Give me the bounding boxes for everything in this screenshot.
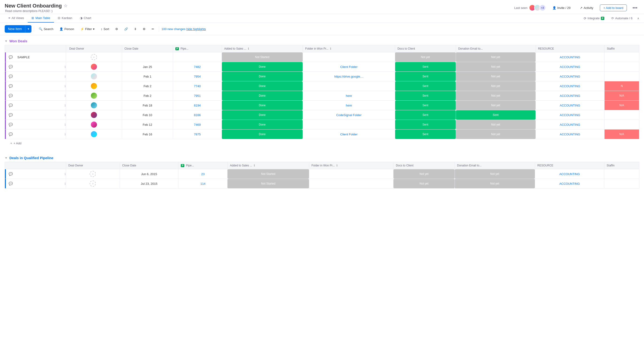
docs-client-status[interactable]: Sent bbox=[395, 120, 456, 129]
comment-icon[interactable]: 💬 bbox=[9, 65, 13, 69]
date-value[interactable]: Feb 12 bbox=[122, 121, 173, 128]
donation-email-status[interactable]: Not yet bbox=[456, 120, 536, 129]
group-won-deals-title[interactable]: Won Deals bbox=[10, 39, 27, 43]
folder-won-value[interactable]: here bbox=[303, 93, 395, 99]
added-sales-status[interactable]: Done bbox=[222, 62, 303, 71]
person-cell[interactable] bbox=[66, 121, 122, 128]
resource-link[interactable]: ACCOUNTING bbox=[560, 56, 580, 59]
pipeline-value[interactable] bbox=[173, 56, 222, 59]
resource-value[interactable]: ACCOUNTING bbox=[536, 54, 604, 60]
pipeline-value[interactable]: 7951 bbox=[173, 93, 222, 99]
docs-client-status[interactable]: Not yet bbox=[395, 52, 456, 62]
folder-won-value[interactable] bbox=[309, 182, 394, 185]
date-value[interactable]: Jul 23, 2015 bbox=[120, 181, 178, 187]
link-button[interactable]: 🔗 bbox=[122, 26, 130, 32]
folder-link[interactable]: CodeSignal Folder bbox=[336, 113, 362, 117]
resource-value[interactable]: ACCOUNTING bbox=[536, 121, 604, 128]
docs-client-status[interactable]: Sent bbox=[395, 81, 456, 91]
resource-value[interactable]: ACCOUNTING bbox=[535, 181, 604, 187]
added-sales-status[interactable]: Done bbox=[222, 101, 303, 110]
resource-value[interactable]: ACCOUNTING bbox=[536, 131, 604, 137]
invite-button[interactable]: 👤 Invite / 29 bbox=[550, 5, 573, 11]
docs-client-status[interactable]: Sent bbox=[395, 72, 456, 81]
resource-link[interactable]: ACCOUNTING bbox=[560, 123, 580, 126]
pipeline-link[interactable]: 23 bbox=[181, 172, 225, 176]
comment-icon[interactable]: 💬 bbox=[9, 84, 13, 88]
pipeline-link[interactable]: 114 bbox=[181, 182, 225, 186]
folder-won-value[interactable]: Client Folder bbox=[303, 131, 395, 137]
pipeline-value[interactable]: 8194 bbox=[173, 102, 222, 109]
added-sales-status[interactable]: Done bbox=[222, 120, 303, 129]
comment-icon[interactable]: 💬 bbox=[9, 75, 13, 78]
more-options-button[interactable]: ••• bbox=[630, 4, 639, 12]
resource-link[interactable]: ACCOUNTING bbox=[560, 113, 580, 117]
pipeline-link[interactable]: 7469 bbox=[176, 123, 219, 126]
docs-client-status[interactable]: Sent bbox=[395, 62, 456, 71]
add-to-board-button[interactable]: + Add to board bbox=[600, 5, 627, 11]
new-item-button[interactable]: New Item ▾ bbox=[5, 25, 32, 33]
docs-client-status[interactable]: Sent bbox=[395, 110, 456, 120]
donation-email-status[interactable]: Not yet bbox=[456, 91, 536, 100]
pipeline-link[interactable]: 8194 bbox=[176, 104, 219, 107]
settings-button[interactable]: ⚙ bbox=[140, 26, 148, 32]
person-button[interactable]: 👤 Person bbox=[57, 26, 76, 32]
date-value[interactable]: Feb 2 bbox=[122, 83, 173, 89]
pipeline-link[interactable]: 7954 bbox=[176, 75, 219, 78]
donation-email-status[interactable]: Not yet bbox=[456, 62, 536, 71]
item-name-text[interactable] bbox=[15, 114, 63, 116]
pipeline-link[interactable]: 7482 bbox=[176, 65, 219, 69]
sort-button[interactable]: ↕ Sort bbox=[98, 26, 111, 32]
pipeline-value[interactable]: 114 bbox=[178, 181, 227, 187]
date-value[interactable]: Feb 1 bbox=[122, 73, 173, 80]
donation-email-status[interactable]: Not yet bbox=[456, 81, 536, 91]
docs-client-status[interactable]: Sent bbox=[395, 101, 456, 110]
resource-link[interactable]: ACCOUNTING bbox=[559, 172, 580, 176]
resource-value[interactable]: ACCOUNTING bbox=[536, 73, 604, 80]
person-cell[interactable] bbox=[66, 73, 122, 79]
donation-email-status[interactable]: Not yet bbox=[455, 179, 535, 188]
pipeline-link[interactable]: 8166 bbox=[176, 113, 219, 117]
hide-highlights-link[interactable]: hide highlights bbox=[186, 27, 206, 31]
added-sales-status[interactable]: Not Started bbox=[228, 179, 309, 188]
edit-button[interactable]: ✏ bbox=[149, 26, 156, 32]
date-value[interactable]: Feb 16 bbox=[122, 131, 173, 137]
folder-won-value[interactable] bbox=[303, 56, 395, 59]
added-sales-status[interactable]: Done bbox=[222, 81, 303, 91]
item-name-text[interactable]: SAMPLE bbox=[15, 54, 66, 60]
folder-won-value[interactable] bbox=[303, 85, 395, 87]
integrate-button[interactable]: ⟳ Integrate P bbox=[581, 15, 607, 21]
resource-value[interactable]: ACCOUNTING bbox=[536, 83, 604, 89]
resource-value[interactable]: ACCOUNTING bbox=[536, 102, 604, 109]
item-name-text[interactable] bbox=[15, 85, 63, 87]
added-sales-status[interactable]: Done bbox=[222, 110, 303, 120]
folder-won-value[interactable]: Client Folder bbox=[303, 64, 395, 70]
group-pipeline-title[interactable]: Deals in Qualified Pipeline bbox=[10, 156, 54, 160]
pipeline-value[interactable]: 7740 bbox=[173, 83, 222, 89]
pipeline-value[interactable]: 23 bbox=[178, 171, 227, 177]
activity-button[interactable]: ↗ Activity bbox=[577, 5, 596, 11]
folder-link[interactable]: here bbox=[346, 104, 352, 107]
date-value[interactable]: Jun 6, 2015 bbox=[120, 171, 178, 177]
pipeline-value[interactable]: 7954 bbox=[173, 73, 222, 80]
pipeline-value[interactable]: 7482 bbox=[173, 64, 222, 70]
date-value[interactable]: Feb 10 bbox=[122, 112, 173, 118]
donation-email-status[interactable]: Not yet bbox=[456, 72, 536, 81]
docs-client-status[interactable]: Sent bbox=[395, 91, 456, 100]
pipeline-link[interactable]: 7875 bbox=[176, 133, 219, 136]
comment-icon[interactable]: 💬 bbox=[9, 123, 13, 126]
folder-won-value[interactable]: here bbox=[303, 102, 395, 109]
group-pipeline-toggle[interactable]: ▼ bbox=[5, 156, 8, 160]
resource-link[interactable]: ACCOUNTING bbox=[560, 133, 580, 136]
resource-value[interactable]: ACCOUNTING bbox=[536, 112, 604, 118]
automate-button[interactable]: ⟳ Automate / 6 bbox=[609, 15, 635, 21]
person-cell[interactable] bbox=[66, 93, 122, 99]
folder-link[interactable]: https://drive.google.... bbox=[334, 75, 364, 78]
comment-icon[interactable]: 💬 bbox=[9, 55, 13, 59]
item-name-text[interactable] bbox=[15, 94, 63, 97]
donation-email-status[interactable]: Not yet bbox=[455, 169, 535, 179]
resource-value[interactable]: ACCOUNTING bbox=[536, 93, 604, 99]
added-sales-status[interactable]: Done bbox=[222, 129, 303, 139]
group-won-deals-toggle[interactable]: ▼ bbox=[5, 40, 8, 43]
docs-client-status[interactable]: Not yet bbox=[394, 169, 454, 179]
star-icon[interactable]: ☆ bbox=[64, 3, 68, 9]
